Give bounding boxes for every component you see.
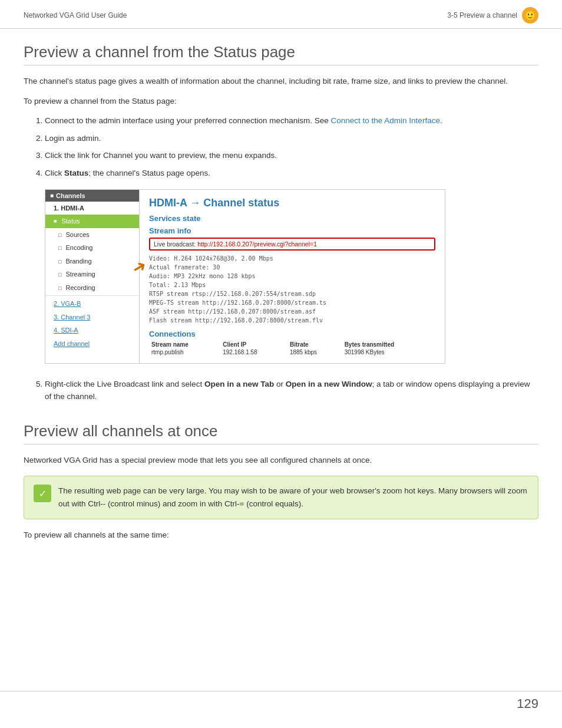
section2-steps-intro: To preview all channels at the same time… — [24, 529, 538, 542]
sc-item-streaming: □ Streaming — [45, 268, 139, 281]
sc-services-state: Services state — [149, 214, 435, 223]
sc-item-branding: □ Branding — [45, 255, 139, 268]
step5-list: Right-click the Live Broadcast link and … — [45, 378, 538, 403]
page-header: Networked VGA Grid User Guide 3-5 Previe… — [0, 0, 562, 29]
section1-heading: Preview a channel from the Status page — [24, 43, 538, 65]
sc-item-add-channel[interactable]: Add channel — [45, 337, 139, 351]
section2: Preview all channels at once Networked V… — [24, 422, 538, 541]
sc-channel-title: HDMI-A → Channel status — [149, 197, 435, 209]
sc-live-broadcast-box: Live broadcast: http://192.168.0.207/pre… — [149, 238, 435, 251]
header-right: 3-5 Preview a channel 🙂 — [447, 7, 538, 24]
sc-item-channel3[interactable]: 3. Channel 3 — [45, 311, 139, 324]
header-left: Networked VGA Grid User Guide — [24, 11, 127, 19]
channels-bullet: ■ — [50, 192, 54, 199]
step-4: Click Status; the channel's Status page … — [45, 167, 538, 180]
steps-intro: To preview a channel from the Status pag… — [24, 95, 538, 108]
open-new-tab-bold: Open in a new Tab — [204, 380, 274, 388]
sc-live-url[interactable]: http://192.168.0.207/preview.cgi?channel… — [197, 241, 317, 248]
encoding-bullet: □ — [58, 245, 61, 251]
sc-td-stream-name: rtmp.publish — [149, 348, 220, 356]
sc-connections: Connections — [149, 330, 435, 338]
recording-bullet: □ — [58, 285, 61, 291]
sc-info-line-3: Audio: MP3 22kHz mono 128 kbps — [149, 272, 435, 281]
sc-title-bold: Channel status — [203, 197, 279, 209]
section2-heading: Preview all channels at once — [24, 422, 538, 444]
steps-list: Connect to the admin interface using you… — [45, 114, 538, 179]
sc-status-label: Status — [61, 216, 80, 226]
open-new-window-bold: Open in a new Window — [286, 380, 372, 388]
step-2: Login as admin. — [45, 132, 538, 145]
sc-divider — [45, 295, 139, 296]
sc-item-vgab[interactable]: 2. VGA-B — [45, 297, 139, 311]
branding-bullet: □ — [58, 259, 61, 265]
main-content: Preview a channel from the Status page T… — [0, 29, 562, 572]
note-checkmark-icon: ✓ — [34, 485, 51, 502]
sc-th-bytes: Bytes transmitted — [342, 341, 435, 348]
note-box: ✓ The resulting web page can be very lar… — [24, 476, 538, 519]
step-5: Right-click the Live Broadcast link and … — [45, 378, 538, 403]
sc-info-line-7: ASF stream http://192.168.0.207:8000/str… — [149, 307, 435, 316]
sc-sidebar-header: ■ Channels — [45, 190, 139, 202]
sc-item-hdmia: 1. HDMI-A — [45, 202, 139, 215]
sc-stream-info: Stream info — [149, 226, 435, 235]
sc-th-client-ip: Client IP — [220, 341, 287, 348]
page-footer: 129 — [0, 691, 562, 716]
screenshot-sidebar: ■ Channels 1. HDMI-A ■ Status □ Sources … — [45, 190, 140, 363]
section2-intro: Networked VGA Grid has a special preview… — [24, 454, 538, 467]
sc-table-header-row: Stream name Client IP Bitrate Bytes tran… — [149, 341, 435, 348]
sc-live-prefix: Live broadcast: — [154, 241, 197, 248]
sc-item-sdia[interactable]: 4. SDI-A — [45, 324, 139, 337]
sc-info-line-8: Flash stream http://192.168.0.207:8000/s… — [149, 316, 435, 325]
screenshot-right-panel: HDMI-A → Channel status Services state S… — [140, 190, 445, 363]
sc-info-line-1: Video: H.264 1024x768@30, 2.00 Mbps — [149, 254, 435, 263]
streaming-bullet: □ — [58, 272, 61, 278]
sc-info-line-4: Total: 2.13 Mbps — [149, 281, 435, 289]
sc-th-bitrate: Bitrate — [287, 341, 342, 348]
sc-connections-table: Stream name Client IP Bitrate Bytes tran… — [149, 341, 435, 356]
sc-item-recording: □ Recording — [45, 281, 139, 295]
screenshot-container: ➜ ■ Channels 1. HDMI-A ■ Status □ Source… — [45, 189, 445, 364]
sc-info-lines: Video: H.264 1024x768@30, 2.00 Mbps Actu… — [149, 254, 435, 325]
status-bold: Status — [64, 169, 88, 177]
sc-th-stream-name: Stream name — [149, 341, 220, 348]
sc-td-client-ip: 192.168.1.58 — [220, 348, 287, 356]
page-number: 129 — [517, 696, 538, 711]
status-bullet: ■ — [54, 218, 57, 226]
channels-label: Channels — [56, 192, 85, 199]
step-1: Connect to the admin interface using you… — [45, 114, 538, 127]
sc-info-line-5: RTSP stream rtsp://152.168.0.207:554/str… — [149, 289, 435, 298]
sources-bullet: □ — [58, 232, 61, 238]
step-3: Click the link for Channel you want to p… — [45, 149, 538, 162]
sc-item-sources: □ Sources — [45, 228, 139, 242]
admin-interface-link[interactable]: Connect to the Admin Interface — [331, 116, 440, 125]
sc-item-encoding: □ Encoding — [45, 241, 139, 255]
sc-table-row: rtmp.publish 192.168.1.58 1885 kbps 3019… — [149, 348, 435, 356]
sc-td-bytes: 301998 KBytes — [342, 348, 435, 356]
smiley-icon: 🙂 — [522, 7, 538, 24]
header-right-text: 3-5 Preview a channel — [447, 11, 517, 19]
sc-info-line-6: MPEG-TS stream http://192.168.0.207:8000… — [149, 298, 435, 307]
sc-item-status: ■ Status — [45, 215, 139, 228]
section1-intro: The channel's status page gives a wealth… — [24, 75, 538, 88]
sc-td-bitrate: 1885 kbps — [287, 348, 342, 356]
sc-info-line-2: Actual framerate: 30 — [149, 263, 435, 272]
sc-title-plain: HDMI-A → — [149, 197, 203, 209]
note-text: The resulting web page can be very large… — [58, 485, 528, 510]
